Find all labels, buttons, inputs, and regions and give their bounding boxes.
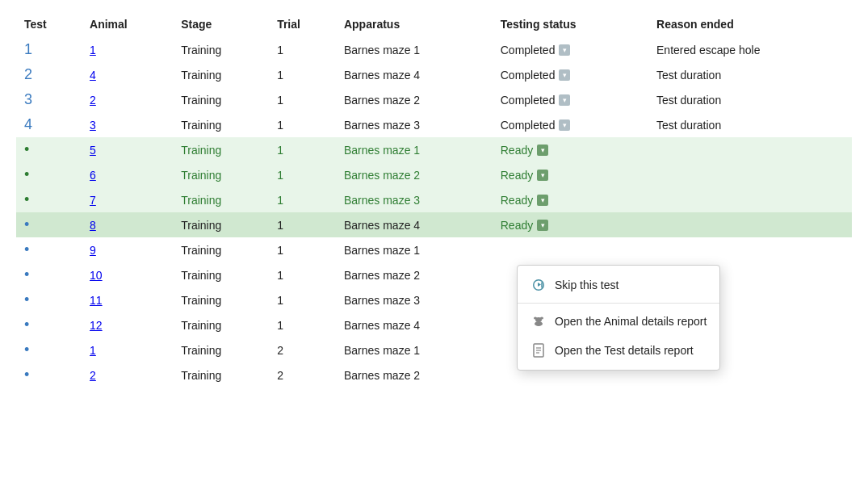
status-dropdown-trigger[interactable]: Completed▾	[501, 119, 571, 132]
cell-apparatus: Barnes maze 4	[336, 212, 493, 237]
cell-status: Ready▾	[493, 137, 648, 162]
status-dropdown-trigger[interactable]: Ready▾	[501, 169, 548, 182]
status-dropdown-trigger[interactable]: Completed▾	[501, 69, 571, 82]
status-text: Ready	[501, 219, 533, 232]
cell-apparatus: Barnes maze 4	[336, 62, 493, 87]
test-icon	[530, 342, 547, 358]
cell-stage: Training	[173, 362, 269, 388]
animal-link[interactable]: 9	[90, 244, 96, 257]
table-row: •7Training1Barnes maze 3Ready▾	[16, 187, 852, 212]
dropdown-arrow-icon[interactable]: ▾	[559, 94, 570, 106]
cell-status: Completed▾	[493, 62, 648, 87]
cell-animal: 5	[82, 137, 173, 162]
bullet-indicator: •	[24, 141, 29, 157]
cell-status: Ready▾	[493, 187, 648, 212]
dropdown-arrow-icon[interactable]: ▾	[537, 145, 548, 156]
animal-link[interactable]: 8	[90, 219, 96, 232]
cell-test: 2	[16, 62, 82, 87]
cell-reason	[648, 237, 852, 262]
cell-apparatus: Barnes maze 3	[336, 112, 493, 137]
test-link[interactable]: 1	[24, 41, 32, 57]
cell-animal: 7	[82, 187, 173, 212]
table-row: •6Training1Barnes maze 2Ready▾	[16, 162, 852, 187]
dropdown-arrow-icon[interactable]: ▾	[559, 69, 570, 81]
status-dropdown-trigger[interactable]: Completed▾	[501, 94, 571, 107]
table-row: •5Training1Barnes maze 1Ready▾	[16, 137, 852, 162]
cell-trial: 1	[269, 187, 336, 212]
cell-test: •	[16, 162, 82, 187]
cell-reason: Test duration	[648, 112, 852, 137]
cell-stage: Training	[173, 37, 269, 62]
animal-link[interactable]: 1	[90, 44, 96, 57]
table-row: •10Training1Barnes maze 2	[16, 262, 852, 287]
cell-trial: 1	[269, 112, 336, 137]
animal-link[interactable]: 3	[90, 119, 96, 132]
animal-link[interactable]: 12	[90, 319, 103, 332]
test-report-menu-item[interactable]: Open the Test details report	[518, 336, 719, 365]
cell-apparatus: Barnes maze 2	[336, 362, 493, 388]
table-row: •2Training2Barnes maze 2	[16, 362, 852, 388]
cell-test: •	[16, 262, 82, 287]
status-dropdown-trigger[interactable]: Ready▾	[501, 219, 548, 232]
cell-stage: Training	[173, 237, 269, 262]
cell-apparatus: Barnes maze 2	[336, 87, 493, 112]
test-link[interactable]: 3	[24, 91, 32, 107]
animal-report-menu-item[interactable]: Open the Animal details report	[518, 307, 719, 336]
dropdown-arrow-icon[interactable]: ▾	[559, 119, 570, 131]
table-row: •9Training1Barnes maze 1	[16, 237, 852, 262]
animal-link[interactable]: 4	[90, 69, 96, 82]
animal-link[interactable]: 1	[90, 344, 96, 357]
cell-reason: Test duration	[648, 62, 852, 87]
cell-animal: 9	[82, 237, 173, 262]
cell-trial: 1	[269, 287, 336, 312]
status-text: Ready	[501, 169, 533, 182]
cell-animal: 4	[82, 62, 173, 87]
animal-link[interactable]: 2	[90, 369, 96, 382]
test-report-label: Open the Test details report	[555, 344, 694, 357]
bullet-indicator: •	[24, 341, 29, 358]
status-dropdown-trigger[interactable]: Ready▾	[501, 194, 548, 207]
table-row: 43Training1Barnes maze 3Completed▾Test d…	[16, 112, 852, 137]
cell-stage: Training	[173, 62, 269, 87]
dropdown-arrow-icon[interactable]: ▾	[559, 44, 570, 56]
animal-link[interactable]: 5	[90, 144, 96, 157]
table-row: •11Training1Barnes maze 3	[16, 287, 852, 312]
skip-test-menu-item[interactable]: Skip this test	[518, 270, 719, 300]
cell-animal: 1	[82, 337, 173, 362]
cell-trial: 1	[269, 87, 336, 112]
status-dropdown-trigger[interactable]: Ready▾	[501, 144, 548, 157]
animal-link[interactable]: 2	[90, 94, 96, 107]
cell-animal: 1	[82, 37, 173, 62]
cell-status: Ready▾	[493, 162, 648, 187]
cell-stage: Training	[173, 212, 269, 237]
cell-trial: 1	[269, 237, 336, 262]
cell-test: 3	[16, 87, 82, 112]
menu-divider	[518, 303, 719, 304]
dropdown-arrow-icon[interactable]: ▾	[537, 220, 548, 231]
cell-status: Completed▾	[493, 37, 648, 62]
cell-stage: Training	[173, 187, 269, 212]
cell-apparatus: Barnes maze 3	[336, 187, 493, 212]
animal-link[interactable]: 11	[90, 294, 103, 307]
cell-stage: Training	[173, 287, 269, 312]
status-dropdown-trigger[interactable]: Completed▾	[501, 44, 571, 57]
cell-test: 1	[16, 37, 82, 62]
test-link[interactable]: 2	[24, 66, 32, 82]
cell-test: •	[16, 187, 82, 212]
col-header-reason: Reason ended	[648, 13, 852, 37]
test-link[interactable]: 4	[24, 116, 32, 132]
animal-link[interactable]: 7	[90, 194, 96, 207]
dropdown-arrow-icon[interactable]: ▾	[537, 195, 548, 206]
cell-trial: 1	[269, 162, 336, 187]
svg-point-1	[534, 317, 537, 320]
animal-link[interactable]: 10	[90, 269, 103, 282]
col-header-test: Test	[16, 13, 82, 37]
cell-animal: 6	[82, 162, 173, 187]
bullet-indicator: •	[24, 266, 29, 283]
cell-test: •	[16, 137, 82, 162]
cell-trial: 2	[269, 337, 336, 362]
dropdown-arrow-icon[interactable]: ▾	[537, 170, 548, 181]
table-row: •1Training2Barnes maze 1	[16, 337, 852, 362]
animal-link[interactable]: 6	[90, 169, 96, 182]
cell-apparatus: Barnes maze 1	[336, 37, 493, 62]
